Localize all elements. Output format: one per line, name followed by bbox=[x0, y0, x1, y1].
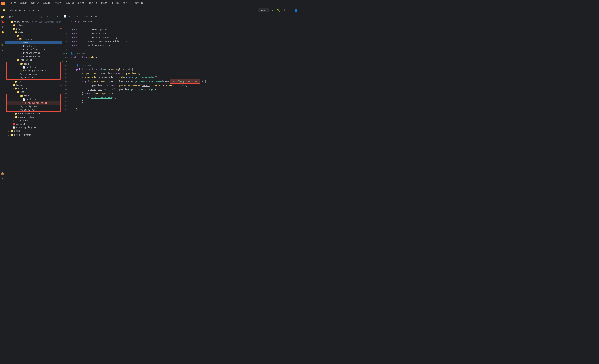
tree-classes-config-properties[interactable]: </> config.properties bbox=[7, 101, 61, 104]
run-button[interactable]: ▶ bbox=[271, 8, 275, 12]
branch-selector[interactable]: ⑂ master ▾ bbox=[28, 8, 43, 12]
run-config-label: Main bbox=[260, 9, 265, 11]
tree-text-folder[interactable]: ▾ 📁 text bbox=[7, 62, 61, 66]
code-line-10 bbox=[70, 60, 298, 63]
menu-refactor[interactable]: 重构(R) bbox=[64, 1, 76, 6]
code-line-4: import java.io.InputStream; bbox=[70, 32, 298, 35]
tree-classes-hello[interactable]: 📄 hello.txt bbox=[7, 98, 61, 101]
tree-hello-txt[interactable]: 📄 hello.txt bbox=[7, 66, 61, 69]
tree-test[interactable]: ▶ 📁 test bbox=[5, 80, 62, 83]
tab-hello-icon: 📄 bbox=[64, 15, 67, 17]
tree-classes-text[interactable]: ▾ 📁 text bbox=[7, 94, 61, 98]
tree-main-class[interactable]: ☕ Main bbox=[5, 41, 62, 44]
sidebar-todo-icon[interactable]: ☑ bbox=[0, 53, 5, 57]
settings-button[interactable]: ⚙ bbox=[282, 8, 287, 12]
code-line-3: import java.io.IOException; bbox=[70, 28, 298, 32]
tree-external-libs[interactable]: ▶ 📁 外部库 bbox=[5, 129, 62, 133]
debug-button[interactable]: 🐛 bbox=[276, 8, 281, 12]
code-line-21: } bbox=[70, 107, 298, 112]
tab-bar: 📄 hello.txt ☕ Main.java ✕ bbox=[62, 13, 300, 19]
tab-hello-txt[interactable]: 📄 hello.txt bbox=[62, 14, 82, 19]
tree-sync-icon[interactable]: ⟳ bbox=[45, 15, 49, 19]
tree-close-icon[interactable]: ✕ bbox=[56, 15, 60, 19]
sidebar-project-icon[interactable]: 📂 bbox=[0, 15, 5, 19]
tree-classes-config-yaml[interactable]: 🔧 config.yaml bbox=[7, 104, 61, 108]
run-config-selector[interactable]: Main ▾ bbox=[258, 8, 269, 12]
project-header-chevron[interactable]: ▾ bbox=[12, 15, 13, 18]
tree-root[interactable]: ▾ 📁 study-spring D:\MyFile\IDEAProjects\… bbox=[5, 20, 62, 24]
resource-highlight-box: ▾ 📁 text 📄 hello.txt </> config.properti… bbox=[6, 62, 61, 80]
sidebar-bottom-icon2[interactable]: 📦 bbox=[0, 172, 5, 176]
sidebar-bottom-icon3[interactable]: ▼ bbox=[0, 177, 5, 181]
tree-plangenerator2[interactable]: ☕ PlanGenerator2 bbox=[5, 55, 62, 58]
code-line-23: } bbox=[70, 115, 298, 119]
menu-window[interactable]: 窗口(W) bbox=[122, 1, 133, 6]
tree-src[interactable]: ▾ 📁 src ● bbox=[5, 27, 62, 30]
tab-main-icon: ☕ bbox=[84, 15, 85, 18]
menu-bar: 文件(F) 编辑(E) 视图(V) 导航(N) 代码(C) 重构(R) 构建(B… bbox=[7, 1, 145, 6]
menu-code[interactable]: 代码(C) bbox=[53, 1, 64, 6]
tree-main[interactable]: ▾ 📁 main bbox=[5, 30, 62, 34]
tree-plangenerator[interactable]: ☕ PlanGenerator bbox=[5, 51, 62, 55]
annotation-line-1: 👤 zibo2019 * bbox=[70, 52, 298, 56]
code-line-14: try (InputStream input = classLoader.get… bbox=[70, 79, 298, 84]
tree-pom-xml[interactable]: 🔴 pom.xml bbox=[5, 122, 62, 126]
tree-config-properties[interactable]: </> config.properties bbox=[7, 69, 61, 72]
menu-view[interactable]: 视图(V) bbox=[30, 1, 41, 6]
tree-idea[interactable]: ▶ 📁 .idea bbox=[5, 24, 62, 27]
menu-run[interactable]: 运行(U) bbox=[88, 1, 99, 6]
sidebar-debug-icon[interactable]: 🐛 bbox=[0, 43, 5, 47]
more-button[interactable]: ⋮ bbox=[288, 8, 292, 12]
tree-plans-yaml[interactable]: 🔧 plans.yaml bbox=[7, 76, 61, 79]
tab-main-close[interactable]: ✕ bbox=[99, 16, 100, 17]
tree-com-zibo[interactable]: ▾ 📦 com.zibo bbox=[5, 37, 62, 41]
tab-main-java[interactable]: ☕ Main.java ✕ bbox=[82, 14, 103, 19]
menu-git[interactable]: Git(G) bbox=[111, 1, 121, 6]
tree-resources[interactable]: ▾ 📁 resources bbox=[5, 58, 62, 61]
code-line-2 bbox=[70, 24, 298, 28]
sidebar-run-icon[interactable]: ▶ bbox=[0, 48, 5, 52]
account-button[interactable]: 👤 bbox=[294, 8, 298, 12]
tree-planconfig[interactable]: ☕ PlanConfig bbox=[5, 44, 62, 48]
code-line-11: public static void main(String[] args) { bbox=[70, 68, 298, 71]
tree-config-yaml[interactable]: 🔧 config.yaml bbox=[7, 72, 61, 76]
menu-edit[interactable]: 编辑(E) bbox=[18, 1, 29, 6]
tab-main-label: Main.java bbox=[87, 15, 98, 18]
main-layout: 📂 🔖 ≡ 🔔 ⑂ 🐛 ▶ ☑ ⚙ 📦 ▼ 项目 ▾ ⚙ ⟳ ⊟ ✕ ▾ bbox=[0, 13, 300, 182]
tree-generated-sources[interactable]: ▶ 📁 generated-sources bbox=[5, 112, 62, 115]
tree-classes[interactable]: ▾ 📁 classes bbox=[5, 87, 62, 90]
menu-build[interactable]: 构建(B) bbox=[76, 1, 87, 6]
scroll-thumb[interactable] bbox=[299, 26, 300, 30]
line-numbers: 1 2 3 4 5 6 7 8 9 ▶ 10 11 ▶ 12 13 14 15 … bbox=[62, 19, 69, 182]
tree-scratches[interactable]: ▶ 📁 临时文件和控制台 bbox=[5, 133, 62, 137]
tree-iml[interactable]: 📋 study-spring.iml bbox=[5, 126, 62, 129]
tree-java[interactable]: ▾ 📁 java bbox=[5, 34, 62, 37]
tree-collapse-icon[interactable]: ⊟ bbox=[50, 15, 55, 19]
code-line-1: package com.zibo; bbox=[70, 20, 298, 24]
code-area[interactable]: package com.zibo; import java.io.IOExcep… bbox=[69, 19, 298, 182]
file-tree: 项目 ▾ ⚙ ⟳ ⊟ ✕ ▾ 📁 study-spring D:\MyFile\… bbox=[5, 13, 62, 182]
title-bar: 文件(F) 编辑(E) 视图(V) 导航(N) 代码(C) 重构(R) 构建(B… bbox=[0, 0, 300, 7]
project-selector[interactable]: 📁 study-spring ▾ bbox=[1, 8, 26, 12]
menu-file[interactable]: 文件(F) bbox=[7, 1, 18, 6]
tree-gitignore[interactable]: ⑂ .gitignore bbox=[5, 119, 62, 122]
code-line-15: properties.load(new InputStreamReader(in… bbox=[70, 84, 298, 87]
menu-navigate[interactable]: 导航(N) bbox=[41, 1, 53, 6]
tree-maven-status[interactable]: ▶ 📁 maven-status bbox=[5, 115, 62, 119]
menu-tools[interactable]: 工具(T) bbox=[99, 1, 110, 6]
sidebar-notifications-icon[interactable]: 🔔 bbox=[0, 30, 5, 34]
sidebar-git-icon[interactable]: ⑂ bbox=[0, 38, 5, 42]
sidebar-structure-icon[interactable]: ≡ bbox=[0, 25, 5, 29]
tree-com[interactable]: ▾ 📁 com bbox=[5, 90, 62, 94]
code-line-16: System.out.println(properties.getPropert… bbox=[70, 87, 298, 91]
sidebar-bottom-icon1[interactable]: ⚙ bbox=[0, 166, 5, 171]
scroll-indicator bbox=[298, 19, 300, 182]
menu-help[interactable]: 帮助(H) bbox=[133, 1, 145, 6]
tree-settings-icon[interactable]: ⚙ bbox=[39, 15, 44, 19]
tree-classes-plans-yaml[interactable]: 🔧 plans.yaml bbox=[7, 108, 61, 112]
tree-target[interactable]: ▾ 📁 target ● bbox=[5, 83, 62, 87]
tree-planconfiguration[interactable]: ☕ PlanConfiguration bbox=[5, 48, 62, 51]
target-highlight-box: ▾ 📁 text 📄 hello.txt </> config.properti… bbox=[6, 94, 61, 112]
code-line-18: e.printStackTrace(); bbox=[70, 95, 298, 99]
sidebar-bookmark-icon[interactable]: 🔖 bbox=[0, 20, 5, 24]
